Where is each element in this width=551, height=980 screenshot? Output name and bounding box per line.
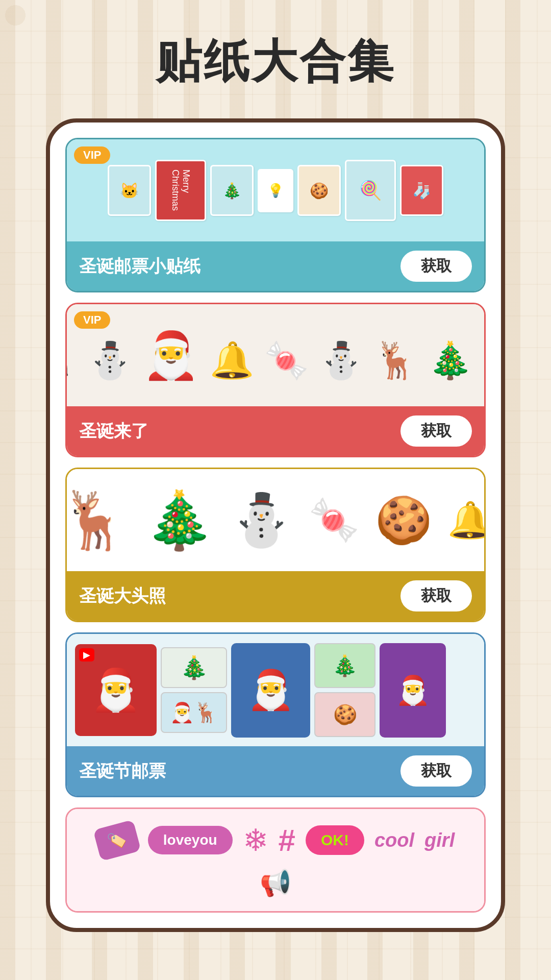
pack-card-inner-4: 🎅 ▶ 🎄 🎅🦌 🎅 xyxy=(67,634,484,796)
stamp-cat: 🐱 xyxy=(108,165,151,216)
pack-preview-4: 🎅 ▶ 🎄 🎅🦌 🎅 xyxy=(67,634,484,746)
sticker-hashtag: # xyxy=(279,823,295,858)
sticker-tag: 🏷️ xyxy=(93,819,141,861)
bighead-tree: 🎄 xyxy=(144,487,214,553)
get-button-2[interactable]: 获取 xyxy=(400,415,472,447)
bighead-candy-cane: 🍬 xyxy=(309,496,360,544)
char-santa2: 🎅 xyxy=(483,350,484,378)
sticker-snowflake: ❄ xyxy=(243,822,268,858)
sticker-loveyou: loveyou xyxy=(148,826,233,854)
stamp-stack: 🎄 🎅🦌 xyxy=(161,647,227,733)
pack-preview-2: 🧤 🐧 ⛄ 🎅 🔔 🍬 ⛄ 🦌 🎄 🎅 🎁 xyxy=(67,304,484,406)
stamp-santa-purple: 🎅 xyxy=(380,643,446,738)
pack-card-inner-2: VIP 🧤 🐧 ⛄ 🎅 🔔 🍬 ⛄ 🦌 🎄 🎅 🎁 圣诞来了 xyxy=(67,304,484,456)
pack-name-4: 圣诞节邮票 xyxy=(79,760,166,783)
stamp-merry1: MerryChristmas xyxy=(155,160,206,221)
char-reindeer: 🦌 xyxy=(373,342,418,378)
stamp-gingerbread2: 🍪 xyxy=(314,692,375,737)
sticker-girl: girl xyxy=(424,829,455,851)
pack-card-4: 🎅 ▶ 🎄 🎅🦌 🎅 xyxy=(65,632,486,797)
char-snowman2: ⛄ xyxy=(319,342,363,378)
pack-preview-1: 🐱 MerryChristmas 🎄 💡 🍪 🍭 🧦 xyxy=(67,139,484,241)
vip-badge-1: VIP xyxy=(74,146,110,164)
char-penguin: 🐧 xyxy=(67,342,78,378)
get-button-4[interactable]: 获取 xyxy=(400,755,472,787)
pack-card-inner-5: 🏷️ loveyou ❄ # OK! cool girl 📢 xyxy=(67,809,484,911)
char-tree2: 🎄 xyxy=(428,342,472,378)
chars-row-2: 🧤 🐧 ⛄ 🎅 🔔 🍬 ⛄ 🦌 🎄 🎅 🎁 xyxy=(67,324,484,386)
stamp-gingerbread: 🍪 xyxy=(297,165,341,216)
char-bell: 🔔 xyxy=(210,342,254,378)
stamp-merry-green: 🎄 xyxy=(314,643,375,688)
pack-card-2: VIP 🧤 🐧 ⛄ 🎅 🔔 🍬 ⛄ 🦌 🎄 🎅 🎁 圣诞来了 xyxy=(65,303,486,457)
bighead-snowman: ⛄ xyxy=(230,490,293,550)
pack-card-inner-3: 🦌 🎄 ⛄ 🍬 🍪 🔔 圣诞大头照 获取 xyxy=(67,469,484,621)
sticker-ok: OK! xyxy=(306,825,364,855)
photo-stamp-santa-main: 🎅 ▶ xyxy=(75,644,157,736)
stamps-row-1: 🐱 MerryChristmas 🎄 💡 🍪 🍭 🧦 xyxy=(99,155,452,226)
pack-card-inner-1: VIP 🐱 MerryChristmas 🎄 💡 🍪 🍭 🧦 圣诞邮票小贴纸 获… xyxy=(67,139,484,291)
pack-card-1: VIP 🐱 MerryChristmas 🎄 💡 🍪 🍭 🧦 圣诞邮票小贴纸 获… xyxy=(65,138,486,292)
bighead-bell: 🔔 xyxy=(447,499,484,541)
girl-stickers-5: 🏷️ loveyou ❄ # OK! cool girl 📢 xyxy=(67,814,484,906)
pack-card-3: 🦌 🎄 ⛄ 🍬 🍪 🔔 圣诞大头照 获取 xyxy=(65,468,486,622)
pack-footer-3: 圣诞大头照 获取 xyxy=(67,571,484,621)
vip-badge-2: VIP xyxy=(74,311,110,329)
pack-card-5: 🏷️ loveyou ❄ # OK! cool girl 📢 xyxy=(65,807,486,913)
pack-footer-2: 圣诞来了 获取 xyxy=(67,406,484,456)
char-santa: 🎅 xyxy=(142,332,199,378)
stamp-sock: 🧦 xyxy=(400,165,443,216)
pack-preview-3: 🦌 🎄 ⛄ 🍬 🍪 🔔 xyxy=(67,469,484,571)
photo-stamps-4: 🎅 ▶ 🎄 🎅🦌 🎅 xyxy=(67,638,484,743)
main-container: VIP 🐱 MerryChristmas 🎄 💡 🍪 🍭 🧦 圣诞邮票小贴纸 获… xyxy=(46,118,505,932)
pack-footer-1: 圣诞邮票小贴纸 获取 xyxy=(67,241,484,291)
stamp-tree-card: 🎄 xyxy=(161,647,227,688)
sticker-speaker: 📢 xyxy=(260,868,291,898)
pack-footer-4: 圣诞节邮票 获取 xyxy=(67,746,484,796)
get-button-1[interactable]: 获取 xyxy=(400,251,472,282)
bighead-row-3: 🦌 🎄 ⛄ 🍬 🍪 🔔 xyxy=(67,479,484,561)
yt-icon: ▶ xyxy=(79,648,94,662)
page-title: 贴纸大合集 xyxy=(0,0,551,118)
get-button-3[interactable]: 获取 xyxy=(400,580,472,611)
pack-name-3: 圣诞大头照 xyxy=(79,584,166,608)
sticker-cool: cool xyxy=(374,829,414,851)
stamp-lights: 💡 xyxy=(258,169,293,212)
stamp-santa-card: 🎅🦌 xyxy=(161,692,227,733)
bighead-gingerbread: 🍪 xyxy=(375,494,432,547)
stamp-stack-right: 🎄 🍪 xyxy=(314,643,375,737)
pack-name-2: 圣诞来了 xyxy=(79,420,148,443)
pack-name-1: 圣诞邮票小贴纸 xyxy=(79,255,201,278)
pack-preview-5: 🏷️ loveyou ❄ # OK! cool girl 📢 xyxy=(67,809,484,911)
bighead-reindeer: 🦌 xyxy=(67,487,129,553)
stamp-tree: 🎄 xyxy=(210,165,254,216)
char-snowman: ⛄ xyxy=(88,342,132,378)
char-candy-cane: 🍬 xyxy=(264,342,309,378)
stamp-candy: 🍭 xyxy=(345,160,396,221)
stamp-santa-blue: 🎅 xyxy=(231,643,310,738)
